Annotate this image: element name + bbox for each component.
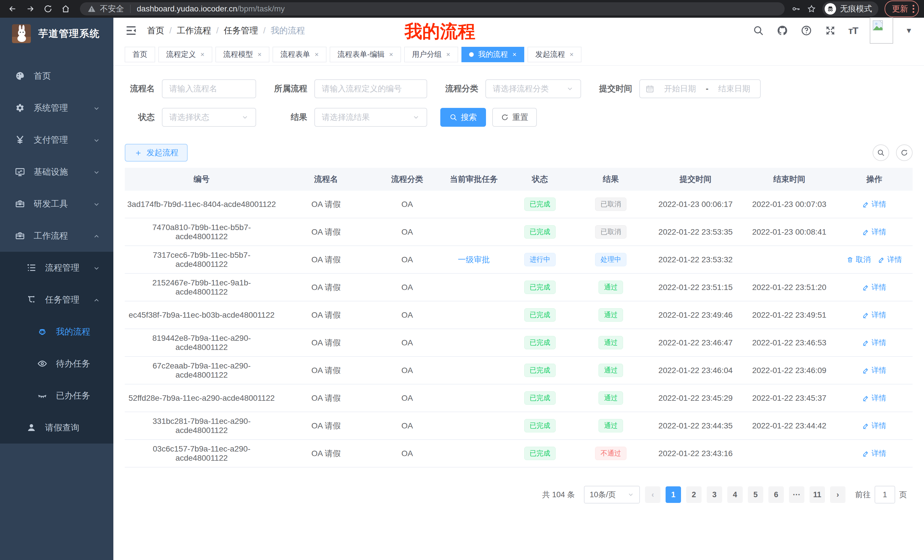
tab-process-model[interactable]: 流程模型×: [216, 47, 269, 62]
goto-page-input[interactable]: [874, 486, 895, 503]
next-page-button[interactable]: ›: [830, 487, 846, 503]
search-button[interactable]: 搜索: [440, 108, 486, 127]
more-pages-button[interactable]: ···: [789, 487, 804, 503]
home-icon[interactable]: [58, 1, 73, 16]
sidebar-item-infra[interactable]: 基础设施: [0, 156, 113, 188]
tab-user-group[interactable]: 用户分组×: [404, 47, 458, 62]
close-icon[interactable]: ×: [570, 51, 574, 58]
help-icon[interactable]: [800, 24, 812, 36]
cancel-link[interactable]: 取消: [847, 255, 871, 265]
cell-category: OA: [374, 338, 441, 347]
cell-category: OA: [374, 310, 441, 320]
page-button-11[interactable]: 11: [810, 487, 825, 503]
page-button-5[interactable]: 5: [748, 487, 763, 503]
page-button-3[interactable]: 3: [707, 487, 722, 503]
detail-link[interactable]: 详情: [862, 199, 886, 209]
page-size-select[interactable]: 10条/页: [584, 486, 640, 503]
close-icon[interactable]: ×: [446, 51, 450, 58]
url-bar[interactable]: 不安全 dashboard.yudao.iocoder.cn/bpm/task/…: [80, 2, 784, 15]
search-icon[interactable]: [752, 24, 764, 36]
sidebar-item-my-process[interactable]: 我的流程: [0, 316, 113, 347]
breadcrumb-item[interactable]: 任务管理: [224, 25, 258, 36]
reset-button[interactable]: 重置: [492, 108, 537, 127]
task-link[interactable]: 一级审批: [458, 255, 490, 264]
page-button-2[interactable]: 2: [686, 487, 702, 503]
forward-icon[interactable]: [23, 1, 38, 16]
tab-process-form[interactable]: 流程表单×: [273, 47, 326, 62]
close-icon[interactable]: ×: [258, 51, 261, 58]
github-icon[interactable]: [776, 24, 788, 36]
tab-start-process[interactable]: 发起流程×: [528, 47, 581, 62]
create-process-button[interactable]: ＋ 发起流程: [125, 144, 188, 162]
search-icon: [449, 113, 458, 121]
filter-form: 流程名 所属流程 流程分类 请选择流程分类: [113, 66, 924, 136]
tab-home[interactable]: 首页: [125, 47, 155, 62]
update-button[interactable]: 更新: [885, 1, 919, 17]
close-icon[interactable]: ×: [201, 51, 204, 58]
category-select[interactable]: 请选择流程分类: [485, 79, 581, 98]
back-icon[interactable]: [5, 1, 20, 16]
sidebar-item-home[interactable]: 首页: [0, 60, 113, 92]
detail-link[interactable]: 详情: [862, 310, 886, 320]
key-icon[interactable]: [792, 4, 801, 13]
detail-link[interactable]: 详情: [862, 421, 886, 431]
process-name-input[interactable]: [162, 79, 256, 98]
incognito-badge: 无痕模式: [822, 1, 878, 16]
page-button-4[interactable]: 4: [727, 487, 742, 503]
hamburger-icon[interactable]: [125, 24, 137, 37]
detail-link[interactable]: 详情: [862, 282, 886, 292]
logo-row[interactable]: 芋道管理系统: [0, 18, 113, 49]
bookmark-star-icon[interactable]: [807, 4, 816, 13]
reload-icon[interactable]: [40, 1, 56, 16]
table-row: 3ad174fb-7b9d-11ec-8404-acde48001122OA 请…: [125, 191, 913, 219]
close-icon[interactable]: ×: [315, 51, 319, 58]
detail-link[interactable]: 详情: [862, 227, 886, 237]
close-icon[interactable]: ×: [513, 51, 516, 58]
tab-process-def[interactable]: 流程定义×: [159, 47, 212, 62]
breadcrumb-separator: /: [263, 26, 266, 35]
sidebar-item-process-mgmt[interactable]: 流程管理: [0, 252, 113, 284]
tab-label: 用户分组: [412, 49, 442, 59]
sidebar-item-workflow[interactable]: 工作流程: [0, 220, 113, 252]
tab-my-process[interactable]: 我的流程×: [461, 47, 524, 62]
sidebar-item-todo-tasks[interactable]: 待办任务: [0, 347, 113, 380]
date-range-picker[interactable]: 开始日期 - 结束日期: [639, 79, 760, 98]
fullscreen-icon[interactable]: [824, 24, 836, 36]
refresh-table-button[interactable]: [896, 144, 913, 161]
chevron-up-icon: [93, 232, 100, 240]
cell-end-time: 2022-01-23 00:08:41: [742, 228, 836, 237]
table-row: 331bc281-7b9a-11ec-a290-acde48001122OA 请…: [125, 412, 913, 440]
column-header: 结果: [573, 174, 649, 185]
detail-link[interactable]: 详情: [862, 393, 886, 403]
calendar-icon: [646, 84, 654, 93]
sidebar-item-payment[interactable]: 支付管理: [0, 124, 113, 156]
status-badge: 已完成: [524, 281, 556, 294]
detail-link[interactable]: 详情: [878, 255, 902, 265]
detail-link[interactable]: 详情: [862, 448, 886, 458]
toggle-search-button[interactable]: [873, 144, 889, 161]
avatar[interactable]: [870, 17, 893, 44]
prev-page-button[interactable]: ‹: [645, 487, 660, 503]
sidebar-item-leave-query[interactable]: 请假查询: [0, 412, 113, 443]
close-icon[interactable]: ×: [389, 51, 393, 58]
breadcrumb-item[interactable]: 首页: [147, 25, 164, 36]
page-button-6[interactable]: 6: [768, 487, 784, 503]
sidebar-item-label: 系统管理: [34, 102, 68, 114]
detail-link[interactable]: 详情: [862, 338, 886, 347]
sidebar-item-system[interactable]: 系统管理: [0, 92, 113, 124]
tab-process-form-edit[interactable]: 流程表单-编辑×: [330, 47, 401, 62]
sidebar-item-task-mgmt[interactable]: 任务管理: [0, 284, 113, 316]
breadcrumb-item[interactable]: 工作流程: [177, 25, 211, 36]
sidebar-item-done-tasks[interactable]: 已办任务: [0, 380, 113, 412]
cell-id: 7470a810-7b9b-11ec-b5b7-acde48001122: [125, 223, 278, 241]
avatar-caret-icon[interactable]: ▼: [905, 26, 913, 35]
cell-id: 67c2eaab-7b9a-11ec-a290-acde48001122: [125, 361, 278, 380]
font-size-icon[interactable]: тT: [848, 25, 858, 36]
status-select[interactable]: 请选择状态: [162, 108, 256, 127]
process-definition-input[interactable]: [314, 79, 427, 98]
page-button-1[interactable]: 1: [666, 487, 681, 503]
result-select[interactable]: 请选择流结果: [314, 108, 427, 127]
detail-link[interactable]: 详情: [862, 365, 886, 375]
browser-menu-icon[interactable]: [913, 5, 914, 13]
sidebar-item-devtools[interactable]: 研发工具: [0, 188, 113, 220]
